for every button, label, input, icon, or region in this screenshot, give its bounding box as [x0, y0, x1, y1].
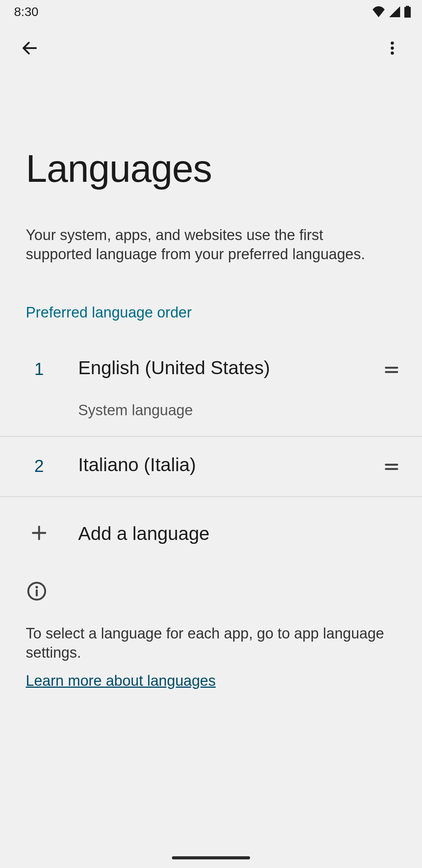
add-language-button[interactable]: Add a language — [0, 497, 422, 570]
page-description: Your system, apps, and websites use the … — [0, 189, 395, 264]
section-header-preferred-order: Preferred language order — [0, 264, 422, 321]
gesture-bar[interactable] — [172, 856, 250, 859]
toolbar — [0, 23, 422, 74]
language-list: 1 English (United States) System languag… — [0, 340, 422, 497]
arrow-left-icon — [20, 39, 39, 59]
wifi-icon — [372, 6, 385, 17]
language-body: English (United States) System language — [78, 357, 379, 419]
info-block: To select a language for each app, go to… — [0, 570, 422, 689]
language-item[interactable]: 1 English (United States) System languag… — [0, 340, 422, 437]
svg-point-0 — [391, 41, 394, 45]
battery-icon — [404, 6, 411, 18]
svg-point-2 — [391, 52, 394, 55]
learn-more-link[interactable]: Learn more about languages — [26, 673, 216, 689]
language-item[interactable]: 2 Italiano (Italia) — [0, 437, 422, 497]
language-sublabel: System language — [78, 402, 379, 419]
signal-icon — [389, 6, 400, 17]
drag-handle[interactable] — [379, 454, 404, 479]
language-order-number: 1 — [0, 357, 78, 379]
language-label: English (United States) — [78, 357, 379, 378]
language-label: Italiano (Italia) — [78, 454, 379, 475]
back-button[interactable] — [16, 35, 44, 63]
drag-handle[interactable] — [379, 357, 404, 382]
drag-handle-icon — [383, 361, 400, 380]
plus-icon — [30, 524, 48, 544]
language-body: Italiano (Italia) — [78, 454, 379, 475]
info-icon — [26, 580, 48, 602]
more-vert-icon — [384, 39, 401, 58]
drag-handle-icon — [383, 458, 400, 477]
language-order-number: 2 — [0, 454, 78, 476]
add-icon-slot — [0, 524, 78, 544]
info-text: To select a language for each app, go to… — [26, 624, 396, 662]
svg-point-4 — [36, 586, 38, 589]
svg-point-1 — [391, 47, 394, 50]
status-bar: 8:30 — [0, 0, 422, 23]
status-time: 8:30 — [14, 5, 38, 19]
status-indicators — [372, 6, 411, 18]
overflow-menu-button[interactable] — [378, 35, 406, 63]
page-title: Languages — [0, 74, 422, 189]
add-language-label: Add a language — [78, 523, 209, 544]
